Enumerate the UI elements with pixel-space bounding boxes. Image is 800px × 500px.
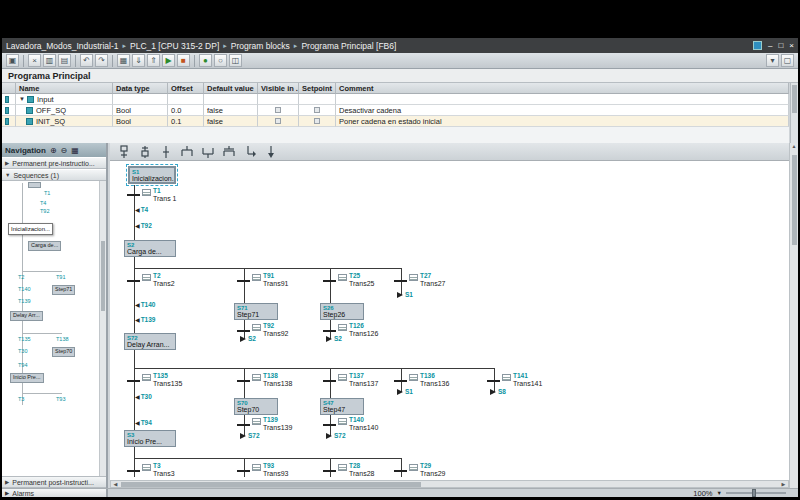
incoming-jump-T30[interactable]: ◀T30 [135, 393, 152, 400]
transition-T91[interactable]: T91Trans91 [252, 273, 288, 287]
sequence-minimap[interactable]: T1 T4 T92 Inicializacion... Carga de... … [2, 181, 106, 476]
zoom-slider-knob[interactable] [752, 489, 756, 497]
section-sequences[interactable]: ▼ Sequences (1) [2, 169, 106, 181]
jump-to-S2[interactable]: S2 [240, 335, 256, 342]
insert-arrow-icon[interactable] [262, 144, 280, 159]
minimap-label[interactable]: T138 [56, 337, 69, 343]
transition-T25[interactable]: T25Trans25 [338, 273, 374, 287]
step-S47[interactable]: S47 Step47 [320, 398, 364, 415]
insert-jump-icon[interactable] [241, 144, 259, 159]
zoom-slider[interactable] [726, 492, 786, 494]
transition-T1[interactable]: T1Trans 1 [142, 188, 176, 202]
horizontal-scrollbar[interactable]: ◀ ▶ [110, 480, 789, 488]
minimap-label[interactable]: T93 [56, 397, 65, 403]
minimap-step[interactable]: Step70 [52, 347, 75, 357]
minimap-selection[interactable]: Inicializacion... [8, 223, 53, 235]
transition-T135[interactable]: T135Trans135 [142, 373, 182, 387]
minimap-label[interactable]: T91 [56, 275, 65, 281]
transition-T29[interactable]: T29Trans29 [409, 463, 445, 477]
section-permanent-post-instructions[interactable]: ▶ Permanent post-instructi... [2, 476, 106, 488]
minimap-step[interactable]: Carga de... [28, 241, 61, 251]
transition-T2[interactable]: T2Trans2 [142, 273, 175, 287]
jump-to-S8[interactable]: S8 [490, 388, 506, 395]
var-comment[interactable]: Poner cadena en estado inicial [336, 116, 789, 127]
scrollbar-thumb[interactable] [101, 241, 105, 311]
transition-T126[interactable]: T126Trans126 [338, 323, 378, 337]
step-S2[interactable]: S2 Carga de... [124, 240, 176, 257]
minimap-step[interactable]: Delay Arr... [10, 311, 43, 321]
col-default-value[interactable]: Default value [204, 83, 258, 94]
table-scrollbar[interactable] [790, 83, 798, 143]
minimap-step[interactable]: Step71 [52, 285, 75, 295]
breadcrumb-program-blocks[interactable]: Program blocks [231, 41, 290, 51]
stop-cpu-icon[interactable]: ■ [177, 54, 190, 67]
minimap-label[interactable]: T92 [40, 209, 49, 215]
transition-T28[interactable]: T28Trans28 [338, 463, 374, 477]
step-S70[interactable]: S70 Step70 [234, 398, 278, 415]
zoom-in-icon[interactable]: ⊕ [50, 146, 57, 155]
incoming-jump-T94[interactable]: ◀T94 [135, 419, 152, 426]
col-offset[interactable]: Offset [168, 83, 204, 94]
minimap-label[interactable]: T94 [18, 363, 27, 369]
scrollbar-thumb[interactable] [792, 155, 797, 245]
breadcrumb-project[interactable]: Lavadora_Modos_Industrial-1 [6, 41, 118, 51]
col-name[interactable]: Name [16, 83, 113, 94]
jump-to-S2[interactable]: S2 [326, 335, 342, 342]
step-S1[interactable]: S1 Inicializacion... [128, 166, 176, 184]
minimap-scrollbar[interactable] [99, 181, 106, 476]
upload-from-device-icon[interactable]: ⇑ [147, 54, 160, 67]
section-permanent-pre-instructions[interactable]: ▶ Permanent pre-instructio... [2, 157, 106, 169]
close-alternative-branch-icon[interactable] [199, 144, 217, 159]
scrollbar-thumb[interactable] [121, 482, 421, 487]
copy-icon[interactable]: ▥ [43, 54, 56, 67]
var-comment[interactable]: Desactivar cadena [336, 105, 789, 116]
editor-options-icon[interactable]: ▾ [766, 54, 779, 67]
incoming-jump-T4[interactable]: ◀T4 [135, 206, 148, 213]
help-panel-icon[interactable]: ▢ [781, 54, 794, 67]
table-row-off-sq[interactable]: OFF_SQ Bool 0.0 false Desactivar cadena [2, 105, 789, 116]
jump-to-S1[interactable]: S1 [397, 388, 413, 395]
col-visible-in[interactable]: Visible in ... [258, 83, 299, 94]
close-button[interactable]: × [789, 41, 794, 50]
compile-icon[interactable]: ▦ [117, 54, 130, 67]
go-online-icon[interactable]: ● [199, 54, 212, 67]
minimap-label[interactable]: T30 [18, 349, 27, 355]
editor-accent-icon[interactable] [753, 41, 762, 50]
start-cpu-icon[interactable]: ▶ [162, 54, 175, 67]
minimap-step[interactable] [28, 182, 41, 188]
insert-step-icon[interactable] [157, 144, 175, 159]
minimap-step[interactable]: Inicio Pre... [10, 373, 44, 383]
section-alarms[interactable]: ▶ Alarms [2, 489, 108, 497]
transition-T92[interactable]: T92Trans92 [252, 323, 288, 337]
jump-to-S72[interactable]: S72 [326, 432, 346, 439]
step-S3[interactable]: S3 Inicio Pre... [124, 430, 176, 447]
minimap-label[interactable]: T2 [18, 275, 24, 281]
breadcrumb-current-block[interactable]: Programa Principal [FB6] [301, 41, 396, 51]
minimize-button[interactable]: – [768, 41, 772, 50]
scrollbar-thumb[interactable] [792, 85, 797, 113]
overview-icon[interactable]: ▦ [71, 146, 79, 155]
zoom-level[interactable]: 100% [693, 489, 712, 498]
step-S26[interactable]: S26 Step26 [320, 303, 364, 320]
setpoint-checkbox[interactable] [314, 118, 320, 124]
minimap-label[interactable]: T4 [40, 201, 46, 207]
expand-caret-icon[interactable]: ▼ [19, 96, 25, 102]
insert-step-transition-icon[interactable] [115, 144, 133, 159]
transition-T137[interactable]: T137Trans137 [338, 373, 378, 387]
jump-to-S72[interactable]: S72 [240, 432, 260, 439]
step-S71[interactable]: S71 Step71 [234, 303, 278, 320]
maximize-button[interactable]: □ [778, 41, 783, 50]
col-data-type[interactable]: Data type [113, 83, 168, 94]
undo-icon[interactable]: ↶ [80, 54, 93, 67]
transition-T141[interactable]: T141Trans141 [502, 373, 542, 387]
table-row-input-group[interactable]: ▼Input [2, 94, 789, 105]
visible-checkbox[interactable] [275, 107, 281, 113]
transition-T139[interactable]: T139Trans139 [252, 417, 292, 431]
transition-T93[interactable]: T93Trans93 [252, 463, 288, 477]
setpoint-checkbox[interactable] [314, 107, 320, 113]
transition-T138[interactable]: T138Trans138 [252, 373, 292, 387]
vertical-scrollbar[interactable]: ▲ [789, 143, 798, 488]
transition-T140[interactable]: T140Trans140 [338, 417, 378, 431]
scroll-left-icon[interactable]: ◀ [111, 481, 120, 487]
incoming-jump-T139[interactable]: ◀T139 [135, 316, 155, 323]
